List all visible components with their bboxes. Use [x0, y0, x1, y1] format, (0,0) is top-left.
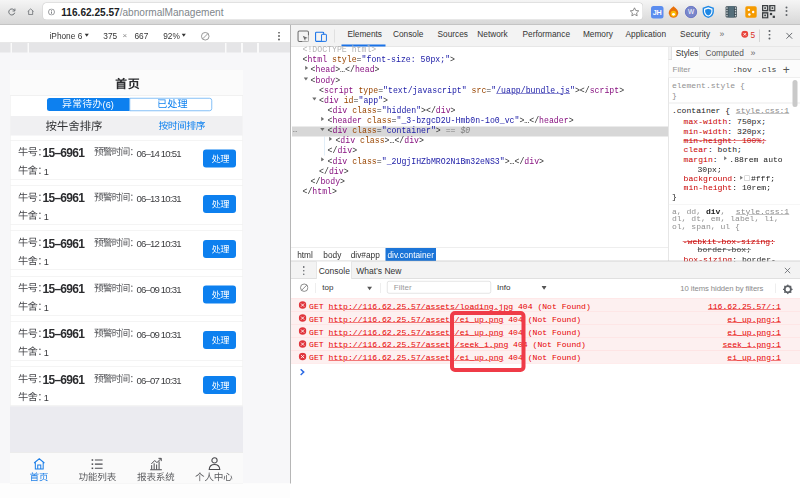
- svg-text:W: W: [688, 8, 695, 15]
